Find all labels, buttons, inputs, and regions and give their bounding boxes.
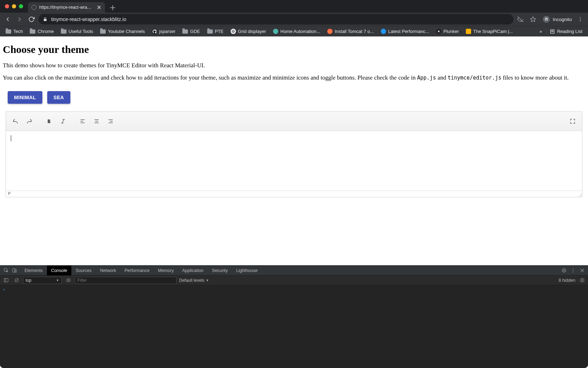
bookmark-label: Youtube Channels xyxy=(108,29,145,34)
incognito-indicator[interactable]: Incognito xyxy=(541,16,574,23)
incognito-label: Incognito xyxy=(553,17,572,22)
devtools-tabbar: ElementsConsoleSourcesNetworkPerformance… xyxy=(0,266,588,275)
bookmark-label: Grid displayer xyxy=(238,29,266,34)
inspect-element-button[interactable] xyxy=(2,267,10,274)
favicon xyxy=(231,29,236,34)
console-settings-button[interactable] xyxy=(578,277,586,284)
new-tab-button[interactable] xyxy=(108,3,118,13)
svg-point-29 xyxy=(573,270,573,271)
device-toggle-button[interactable] xyxy=(10,267,18,274)
back-button[interactable] xyxy=(3,14,13,24)
bookmark-item[interactable]: Grid displayer xyxy=(228,27,269,35)
code-app-js: App.js xyxy=(417,75,436,81)
reading-list-button[interactable]: Reading List xyxy=(546,29,585,34)
devtools-tab-network[interactable]: Network xyxy=(96,266,120,275)
folder-icon xyxy=(207,29,213,34)
hidden-messages-count[interactable]: 8 hidden xyxy=(559,278,575,283)
bookmark-label: GDE xyxy=(190,29,200,34)
close-tab-icon[interactable] xyxy=(97,5,102,10)
svg-line-36 xyxy=(15,279,18,282)
intro-paragraph-1: This demo shows how to create themes for… xyxy=(3,62,585,70)
editor-content-area[interactable] xyxy=(6,131,582,191)
address-bar[interactable]: tinymce-react-wrapper.stackblitz.io xyxy=(38,14,513,25)
bookmarks-overflow-button[interactable]: » xyxy=(537,29,545,34)
theme-sea-button[interactable]: SEA xyxy=(47,91,70,104)
bookmark-item[interactable]: Latest Performanc... xyxy=(378,27,432,35)
forward-button[interactable] xyxy=(15,14,24,24)
bookmark-label: Home Automation... xyxy=(280,29,320,34)
devtools-tab-lighthouse[interactable]: Lighthouse xyxy=(232,266,262,275)
minimize-window-button[interactable] xyxy=(12,4,16,8)
star-icon[interactable] xyxy=(528,14,538,24)
browser-tab[interactable]: https://tinymce-react-wrapper xyxy=(28,2,105,13)
bookmark-label: The SnapPiCam |... xyxy=(473,29,513,34)
eye-off-icon[interactable] xyxy=(516,14,525,24)
align-center-button[interactable] xyxy=(91,115,103,127)
bold-button[interactable] xyxy=(43,115,55,127)
console-filter-input[interactable] xyxy=(75,277,176,284)
bookmark-item[interactable]: Chrome xyxy=(27,27,56,35)
editor-element-path[interactable]: P xyxy=(8,191,10,196)
para2-text-b: and xyxy=(436,74,448,81)
redo-button[interactable] xyxy=(23,115,35,127)
bookmark-item[interactable]: GDE xyxy=(180,27,203,35)
incognito-icon xyxy=(543,16,550,23)
svg-point-5 xyxy=(580,17,581,18)
bookmark-item[interactable]: The SnapPiCam |... xyxy=(463,27,516,35)
bookmark-item[interactable]: ▼Plunker xyxy=(433,27,462,35)
folder-icon xyxy=(6,29,11,34)
browser-menu-button[interactable] xyxy=(577,16,584,23)
svg-point-30 xyxy=(573,272,573,272)
bookmark-item[interactable]: Install Tomcat 7 o... xyxy=(324,27,377,35)
reload-button[interactable] xyxy=(27,14,36,24)
favicon xyxy=(327,29,332,34)
console-sidebar-toggle[interactable] xyxy=(2,277,10,284)
svg-marker-2 xyxy=(531,17,536,22)
execution-context-select[interactable]: top ▼ xyxy=(23,277,62,284)
bookmark-item[interactable]: Tech xyxy=(3,27,26,35)
folder-icon xyxy=(182,29,188,34)
clear-console-button[interactable] xyxy=(13,277,20,284)
bookmark-item[interactable]: Useful Tools xyxy=(58,27,96,35)
devtools-close-button[interactable] xyxy=(578,267,586,274)
svg-point-38 xyxy=(581,280,583,281)
devtools-tab-security[interactable]: Security xyxy=(208,266,232,275)
bookmark-label: Latest Performanc... xyxy=(388,29,429,34)
devtools-panel: ElementsConsoleSourcesNetworkPerformance… xyxy=(0,265,588,368)
devtools-tab-application[interactable]: Application xyxy=(178,266,208,275)
favicon: ▼ xyxy=(436,29,441,34)
align-right-button[interactable] xyxy=(105,115,117,127)
log-levels-select[interactable]: Default levels ▼ xyxy=(179,278,209,283)
theme-minimal-button[interactable]: MINIMAL xyxy=(8,91,42,104)
reading-list-label: Reading List xyxy=(557,29,582,34)
intro-paragraph-2: You can also click on the maximize icon … xyxy=(3,74,585,82)
para2-text-c: files to know more about it. xyxy=(501,74,568,81)
favicon xyxy=(381,29,386,34)
bookmark-item[interactable]: Youtube Channels xyxy=(97,27,148,35)
maximize-window-button[interactable] xyxy=(19,4,23,8)
bookmark-label: Useful Tools xyxy=(69,29,93,34)
undo-button[interactable] xyxy=(9,115,21,127)
bookmark-label: PTE xyxy=(215,29,224,34)
devtools-tab-elements[interactable]: Elements xyxy=(20,266,47,275)
bookmark-item[interactable]: Home Automation... xyxy=(270,27,323,35)
devtools-tab-console[interactable]: Console xyxy=(47,266,71,275)
devtools-tab-memory[interactable]: Memory xyxy=(154,266,178,275)
devtools-tab-performance[interactable]: Performance xyxy=(120,266,154,275)
italic-button[interactable] xyxy=(57,115,69,127)
devtools-menu-button[interactable] xyxy=(569,267,577,274)
devtools-settings-button[interactable] xyxy=(560,267,568,274)
theme-button-row: MINIMAL SEA xyxy=(3,91,585,104)
svg-point-4 xyxy=(547,19,548,21)
console-body[interactable]: › xyxy=(0,285,588,368)
bookmark-item[interactable]: PTE xyxy=(204,27,226,35)
live-expression-button[interactable] xyxy=(64,277,72,284)
fullscreen-button[interactable] xyxy=(567,115,579,127)
resize-handle[interactable] xyxy=(578,193,581,196)
devtools-tab-sources[interactable]: Sources xyxy=(71,266,96,275)
close-window-button[interactable] xyxy=(5,4,9,8)
align-left-button[interactable] xyxy=(77,115,89,127)
tinymce-editor: P xyxy=(6,111,582,197)
bookmark-item[interactable]: jsparser xyxy=(149,27,178,35)
favicon xyxy=(466,29,471,34)
